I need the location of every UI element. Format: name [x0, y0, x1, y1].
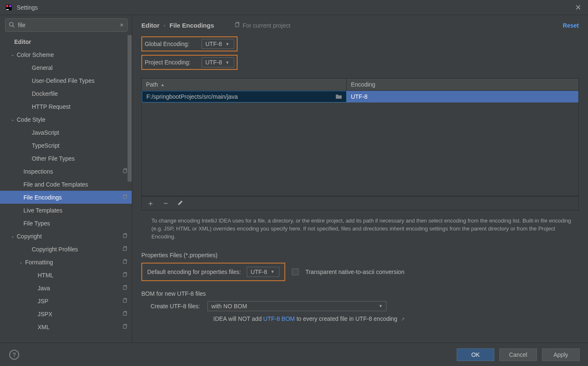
- global-encoding-dropdown[interactable]: UTF-8 ▼: [202, 39, 234, 49]
- cell-encoding[interactable]: UTF-8: [347, 91, 578, 102]
- tree-item[interactable]: TypeScript: [0, 139, 132, 152]
- project-encoding-row: Project Encoding: UTF-8 ▼: [141, 55, 238, 70]
- tree-item-label: Editor: [14, 38, 128, 45]
- settings-tree[interactable]: Editor⌄Color SchemeGeneralUser-Defined F…: [0, 35, 132, 343]
- chevron-right-icon: ›: [164, 23, 165, 28]
- tree-item[interactable]: Java: [0, 282, 132, 294]
- edit-button[interactable]: [177, 199, 184, 208]
- svg-rect-11: [123, 273, 126, 276]
- clear-search-icon[interactable]: ✕: [120, 22, 124, 28]
- tree-item-label: User-Defined File Types: [32, 77, 128, 84]
- project-encoding-dropdown[interactable]: UTF-8 ▼: [202, 57, 234, 67]
- tree-item[interactable]: Inspections: [0, 165, 132, 178]
- tree-item-label: Copyright: [17, 233, 120, 240]
- tree-item-label: JSPX: [38, 311, 120, 317]
- copy-icon: [122, 298, 128, 305]
- svg-rect-1: [6, 5, 8, 7]
- tree-item[interactable]: ⌄Color Scheme: [0, 48, 132, 61]
- tree-item[interactable]: ⌄Formatting: [0, 256, 132, 269]
- tree-item[interactable]: JSP: [0, 294, 132, 307]
- search-input[interactable]: ✕: [5, 18, 128, 32]
- help-button[interactable]: ?: [9, 350, 19, 360]
- copy-icon: [122, 246, 128, 253]
- tree-item[interactable]: Editor: [0, 35, 132, 48]
- svg-rect-7: [123, 195, 126, 198]
- tree-item[interactable]: File and Code Templates: [0, 178, 132, 191]
- chevron-down-icon: ⌄: [9, 233, 16, 240]
- tree-item[interactable]: Copyright Profiles: [0, 243, 132, 256]
- transparent-conversion-checkbox[interactable]: [292, 269, 299, 275]
- tree-item[interactable]: User-Defined File Types: [0, 74, 132, 87]
- tree-item[interactable]: ⌄Copyright: [0, 230, 132, 243]
- chevron-down-icon: ▼: [271, 269, 275, 274]
- help-text: To change encoding IntelliJ IDEA uses fo…: [151, 217, 578, 241]
- table-row[interactable]: F:/springbootProjects/src/main/javaUTF-8: [142, 91, 578, 102]
- search-field[interactable]: [18, 22, 116, 28]
- svg-rect-3: [6, 9, 9, 10]
- properties-encoding-dropdown[interactable]: UTF-8 ▼: [247, 267, 279, 277]
- tree-item-label: File Types: [23, 220, 128, 227]
- tree-item[interactable]: Dockerfile: [0, 87, 132, 100]
- project-encoding-label: Project Encoding:: [145, 59, 202, 66]
- tree-item[interactable]: File Types: [0, 217, 132, 230]
- tree-item[interactable]: ⌄Code Style: [0, 113, 132, 126]
- tree-item-label: TypeScript: [32, 142, 128, 149]
- apply-button[interactable]: Apply: [542, 348, 580, 361]
- tree-item-label: Live Templates: [23, 207, 128, 214]
- copy-icon: [122, 311, 128, 317]
- tree-item[interactable]: General: [0, 61, 132, 74]
- encodings-table: Path ▲ Encoding F:/springbootProjects/sr…: [141, 78, 579, 210]
- global-encoding-label: Global Encoding:: [145, 41, 202, 47]
- svg-rect-14: [123, 312, 126, 315]
- scrollbar[interactable]: [128, 35, 132, 182]
- reset-link[interactable]: Reset: [563, 22, 579, 29]
- tree-item-label: Code Style: [17, 116, 128, 123]
- copy-icon: [122, 285, 128, 292]
- breadcrumb-current: File Encodings: [169, 22, 214, 29]
- breadcrumb-parent[interactable]: Editor: [141, 22, 159, 29]
- ok-button[interactable]: OK: [457, 348, 494, 361]
- tree-item[interactable]: HTTP Request: [0, 100, 132, 113]
- search-icon: [9, 22, 15, 29]
- bom-dropdown[interactable]: with NO BOM ▼: [207, 301, 386, 311]
- tree-item[interactable]: XML: [0, 320, 132, 333]
- tree-item-label: File Encodings: [23, 194, 120, 201]
- column-encoding[interactable]: Encoding: [347, 79, 578, 90]
- app-icon: [5, 4, 13, 11]
- bom-section-label: BOM for new UTF-8 files: [141, 290, 579, 297]
- cell-path[interactable]: F:/springbootProjects/src/main/java: [142, 91, 347, 102]
- tree-item[interactable]: HTML: [0, 269, 132, 282]
- tree-item[interactable]: Other File Types: [0, 152, 132, 165]
- remove-button[interactable]: −: [164, 199, 168, 208]
- copy-icon: [122, 324, 128, 330]
- tree-item-label: Inspections: [23, 168, 120, 175]
- tree-item[interactable]: JavaScript: [0, 126, 132, 139]
- tree-item[interactable]: File Encodings: [0, 191, 132, 204]
- chevron-down-icon: ⌄: [9, 116, 16, 123]
- cancel-button[interactable]: Cancel: [499, 348, 537, 361]
- column-path[interactable]: Path ▲: [142, 79, 347, 90]
- tree-item-label: Java: [38, 285, 120, 292]
- add-button[interactable]: ＋: [147, 198, 154, 208]
- tree-item-label: JSP: [38, 298, 120, 305]
- chevron-down-icon: ⌄: [9, 51, 16, 58]
- copy-icon: [122, 272, 128, 279]
- close-icon[interactable]: ✕: [573, 3, 583, 13]
- utf8-bom-link[interactable]: UTF-8 BOM: [263, 315, 295, 322]
- tree-item[interactable]: Live Templates: [0, 204, 132, 217]
- bom-row: Create UTF-8 files: with NO BOM ▼: [141, 301, 579, 311]
- copy-icon: [122, 194, 128, 201]
- chevron-down-icon: ▼: [225, 60, 230, 65]
- folder-icon[interactable]: [335, 93, 342, 100]
- tree-item-label: File and Code Templates: [23, 181, 128, 188]
- bom-note: IDEA will NOT add UTF-8 BOM to every cre…: [213, 315, 579, 322]
- copy-icon: [122, 168, 128, 175]
- chevron-down-icon: ▼: [225, 42, 230, 46]
- properties-encoding-row: Default encoding for properties files: U…: [141, 263, 579, 281]
- table-body[interactable]: F:/springbootProjects/src/main/javaUTF-8: [141, 91, 579, 196]
- sidebar: ✕ Editor⌄Color SchemeGeneralUser-Defined…: [0, 15, 132, 343]
- tree-item-label: Color Scheme: [17, 51, 128, 58]
- tree-item[interactable]: JSPX: [0, 307, 132, 320]
- svg-rect-9: [123, 247, 126, 250]
- tree-item-label: HTTP Request: [32, 103, 128, 110]
